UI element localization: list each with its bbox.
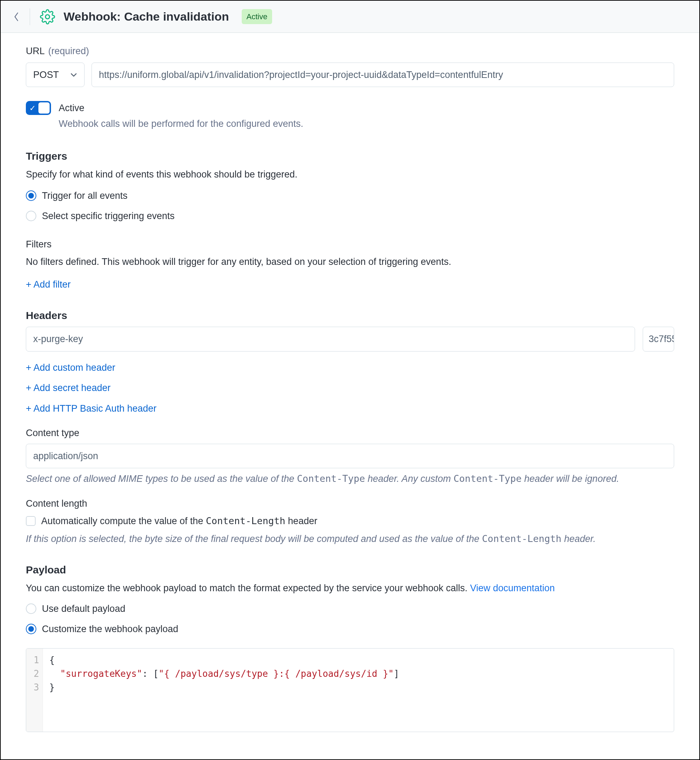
trigger-specific-label: Select specific triggering events bbox=[42, 209, 175, 223]
code-body: { "surrogateKeys": ["{ /payload/sys/type… bbox=[43, 649, 406, 732]
payload-code-editor[interactable]: 123 { "surrogateKeys": ["{ /payload/sys/… bbox=[26, 648, 674, 732]
status-badge: Active bbox=[242, 9, 272, 24]
url-required: (required) bbox=[48, 44, 89, 58]
content-type-label: Content type bbox=[26, 426, 674, 440]
add-filter-link[interactable]: + Add filter bbox=[26, 277, 674, 292]
triggers-subheading: Specify for what kind of events this web… bbox=[26, 167, 674, 182]
content-length-help: If this option is selected, the byte siz… bbox=[26, 532, 674, 546]
view-documentation-link[interactable]: View documentation bbox=[470, 583, 555, 593]
trigger-all-radio[interactable]: Trigger for all events bbox=[26, 189, 674, 203]
chevron-down-icon bbox=[70, 72, 77, 77]
content-length-label: Content length bbox=[26, 497, 674, 511]
radio-icon bbox=[26, 604, 36, 614]
payload-desc: You can customize the webhook payload to… bbox=[26, 581, 674, 596]
gear-icon bbox=[40, 9, 55, 25]
radio-icon bbox=[26, 624, 36, 634]
payload-default-radio[interactable]: Use default payload bbox=[26, 602, 674, 616]
radio-icon bbox=[26, 191, 36, 201]
payload-heading: Payload bbox=[26, 562, 674, 578]
payload-custom-radio[interactable]: Customize the webhook payload bbox=[26, 622, 674, 636]
add-secret-header-link[interactable]: + Add secret header bbox=[26, 381, 674, 395]
content-length-checkbox[interactable]: Automatically compute the value of the C… bbox=[26, 514, 674, 529]
svg-point-0 bbox=[45, 15, 50, 19]
add-custom-header-link[interactable]: + Add custom header bbox=[26, 361, 674, 375]
filters-message: No filters defined. This webhook will tr… bbox=[26, 255, 674, 269]
radio-icon bbox=[26, 211, 36, 221]
url-label: URL bbox=[26, 44, 45, 58]
payload-default-label: Use default payload bbox=[42, 602, 125, 616]
url-input[interactable]: https://uniform.global/api/v1/invalidati… bbox=[92, 63, 674, 88]
content-type-select[interactable]: application/json bbox=[26, 444, 674, 469]
headers-heading: Headers bbox=[26, 308, 674, 323]
back-button[interactable] bbox=[13, 8, 30, 25]
trigger-specific-radio[interactable]: Select specific triggering events bbox=[26, 209, 674, 223]
check-icon: ✓ bbox=[29, 102, 36, 114]
trigger-all-label: Trigger for all events bbox=[42, 189, 128, 203]
chevron-left-icon bbox=[13, 11, 20, 23]
checkbox-icon bbox=[26, 516, 36, 526]
active-toggle[interactable]: ✓ bbox=[26, 101, 51, 115]
active-help: Webhook calls will be performed for the … bbox=[59, 117, 303, 131]
http-method-value: POST bbox=[33, 68, 59, 82]
payload-custom-label: Customize the webhook payload bbox=[42, 622, 178, 636]
http-method-select[interactable]: POST bbox=[26, 63, 84, 88]
header-key-input[interactable]: x-purge-key bbox=[26, 327, 635, 352]
triggers-heading: Triggers bbox=[26, 148, 674, 164]
active-label: Active bbox=[59, 101, 303, 115]
add-basic-auth-header-link[interactable]: + Add HTTP Basic Auth header bbox=[26, 402, 674, 416]
page-title: Webhook: Cache invalidation bbox=[64, 8, 229, 25]
filters-heading: Filters bbox=[26, 237, 674, 252]
code-gutter: 123 bbox=[26, 649, 43, 732]
content-type-help: Select one of allowed MIME types to be u… bbox=[26, 472, 674, 486]
header-value-input[interactable]: 3c7f55 bbox=[643, 327, 674, 352]
